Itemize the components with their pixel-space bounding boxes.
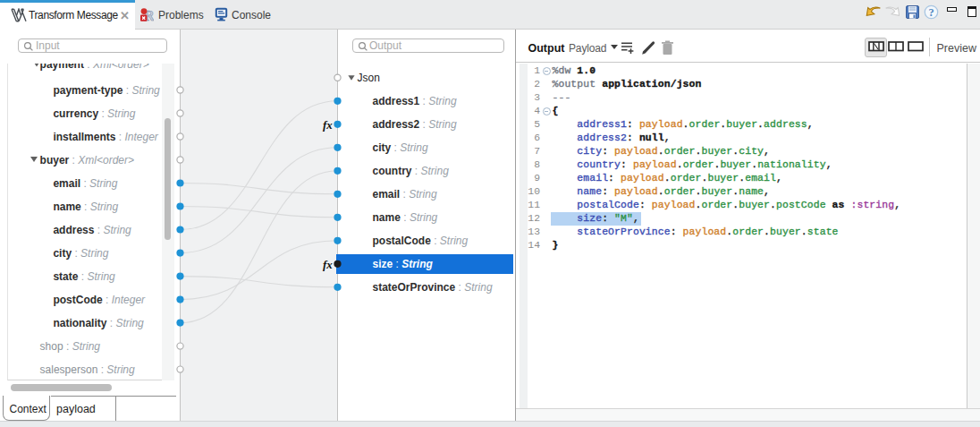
svg-text:?: ? — [928, 6, 934, 19]
